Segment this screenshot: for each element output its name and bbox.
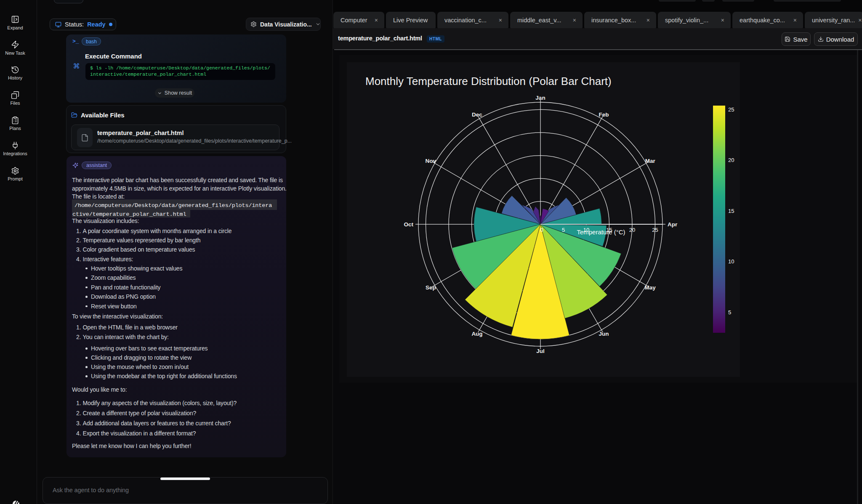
svg-text:20: 20 [728, 157, 734, 163]
svg-text:Feb: Feb [599, 111, 609, 118]
svg-text:Nov: Nov [426, 158, 436, 164]
svg-text:Jan: Jan [535, 95, 545, 101]
svg-text:5: 5 [562, 227, 565, 233]
svg-text:5: 5 [728, 309, 731, 316]
svg-text:Aug: Aug [471, 331, 482, 337]
svg-text:Apr: Apr [668, 221, 678, 228]
svg-text:Oct: Oct [404, 221, 413, 228]
svg-text:Dec: Dec [472, 111, 482, 118]
svg-text:Jul: Jul [536, 348, 545, 354]
svg-text:25: 25 [652, 227, 658, 233]
svg-text:25: 25 [728, 106, 734, 113]
svg-text:0: 0 [540, 227, 543, 233]
svg-text:10: 10 [728, 258, 734, 265]
svg-text:May: May [645, 284, 656, 291]
svg-text:Temperature (°C): Temperature (°C) [577, 228, 625, 236]
svg-text:Sep: Sep [426, 284, 436, 291]
svg-text:Jun: Jun [599, 331, 609, 337]
svg-text:Monthly Temperature Distributi: Monthly Temperature Distribution (Polar … [365, 75, 612, 88]
svg-text:15: 15 [728, 208, 734, 214]
svg-text:Mar: Mar [645, 158, 656, 164]
svg-text:20: 20 [629, 227, 635, 233]
